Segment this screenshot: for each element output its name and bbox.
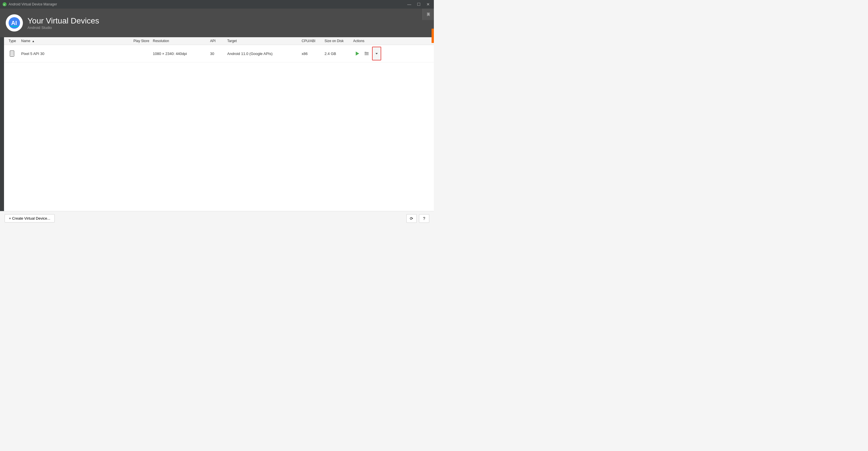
- minimize-button[interactable]: —: [405, 2, 413, 7]
- table-header: Type Name ▲ Play Store Resolution API Ta…: [4, 37, 434, 45]
- maximize-button[interactable]: ☐: [415, 2, 423, 7]
- ime-label: 英: [427, 12, 430, 17]
- device-resolution-cell: 1080 × 2340: 440dpi: [153, 52, 210, 56]
- svg-rect-5: [10, 26, 19, 27]
- device-name-cell: Pixel 5 API 30: [21, 52, 130, 56]
- launch-device-button[interactable]: [353, 50, 361, 58]
- window-title: Android Virtual Device Manager: [8, 2, 57, 6]
- header-text: Your Virtual Devices Android Studio: [28, 16, 99, 30]
- col-header-cpu: CPU/ABI: [302, 39, 324, 43]
- col-header-api: API: [210, 39, 227, 43]
- col-header-actions: Actions: [353, 39, 434, 43]
- title-bar-left: A Android Virtual Device Manager: [2, 2, 57, 7]
- android-studio-icon: A: [2, 2, 7, 7]
- ime-indicator[interactable]: 英: [423, 8, 434, 20]
- right-accent: [432, 29, 434, 43]
- col-header-type: Type: [4, 39, 21, 43]
- more-actions-button[interactable]: [372, 47, 381, 60]
- device-cpu-cell: x86: [302, 52, 324, 56]
- device-type-cell: [4, 50, 21, 57]
- col-header-size: Size on Disk: [324, 39, 353, 43]
- close-button[interactable]: ✕: [425, 2, 432, 7]
- svg-text:AI: AI: [11, 20, 17, 26]
- create-virtual-device-button[interactable]: + Create Virtual Device...: [5, 214, 55, 222]
- svg-rect-7: [10, 51, 13, 55]
- col-header-playstore: Play Store: [130, 39, 153, 43]
- svg-point-8: [12, 56, 12, 56]
- refresh-button[interactable]: ⟳: [406, 214, 417, 223]
- svg-marker-11: [375, 53, 378, 54]
- help-button[interactable]: ?: [419, 214, 429, 223]
- refresh-icon: ⟳: [410, 216, 413, 221]
- title-bar: A Android Virtual Device Manager — ☐ ✕: [0, 0, 434, 8]
- svg-rect-10: [365, 53, 369, 55]
- footer-right-controls: ⟳ ?: [406, 214, 429, 223]
- sort-arrow-icon: ▲: [32, 39, 35, 43]
- sidebar-strip: [0, 37, 4, 226]
- logo-svg: AI: [7, 16, 22, 30]
- phone-icon: [8, 50, 16, 57]
- device-actions-cell: [353, 47, 434, 60]
- android-studio-logo: AI: [6, 14, 23, 31]
- device-api-cell: 30: [210, 52, 227, 56]
- page-title: Your Virtual Devices: [28, 16, 99, 26]
- help-icon: ?: [423, 216, 425, 221]
- svg-marker-9: [356, 52, 359, 56]
- main-content: Type Name ▲ Play Store Resolution API Ta…: [4, 37, 434, 211]
- title-bar-controls: — ☐ ✕: [405, 2, 432, 7]
- svg-text:A: A: [3, 3, 5, 6]
- table-row[interactable]: Pixel 5 API 30 1080 × 2340: 440dpi 30 An…: [4, 45, 434, 62]
- col-header-resolution: Resolution: [153, 39, 210, 43]
- device-target-cell: Android 11.0 (Google APIs): [227, 52, 302, 56]
- device-size-cell: 2.4 GB: [324, 52, 353, 56]
- show-on-disk-button[interactable]: [363, 50, 370, 57]
- device-table: Type Name ▲ Play Store Resolution API Ta…: [4, 37, 434, 62]
- footer: + Create Virtual Device... ⟳ ?: [0, 211, 434, 226]
- page-subtitle: Android Studio: [28, 26, 99, 30]
- col-header-name: Name ▲: [21, 39, 130, 43]
- col-header-target: Target: [227, 39, 302, 43]
- header: AI Your Virtual Devices Android Studio: [0, 8, 434, 37]
